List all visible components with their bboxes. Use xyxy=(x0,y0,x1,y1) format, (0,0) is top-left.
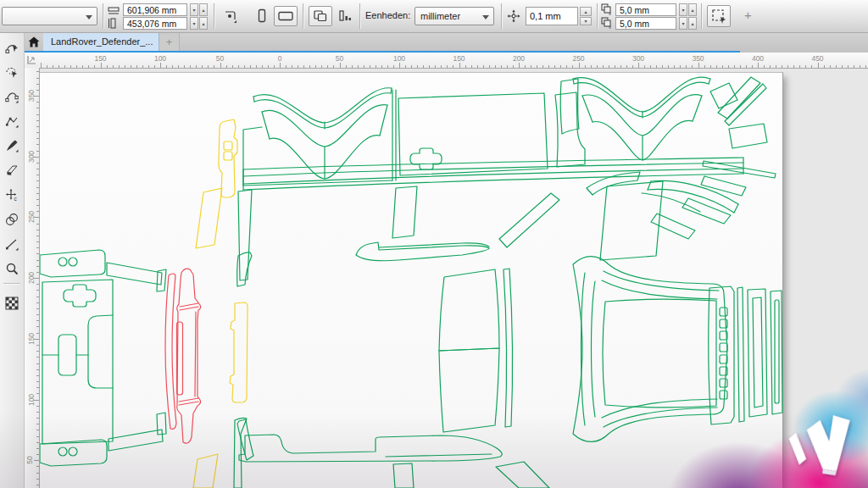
ruler-tick xyxy=(58,65,59,68)
nudge-distance-value: 0,1 mm xyxy=(530,11,561,21)
ruler-tick xyxy=(131,65,131,68)
ruler-tick xyxy=(698,63,699,68)
ruler-tick xyxy=(286,65,287,68)
all-pages-button[interactable] xyxy=(309,6,332,26)
page-height-field[interactable]: 453,076 mm xyxy=(123,17,187,30)
duplicate-x-field[interactable]: 5,0 mm xyxy=(615,3,676,16)
ruler-tick xyxy=(477,65,478,68)
ruler-tick xyxy=(483,65,484,68)
shape-tool[interactable] xyxy=(3,39,20,56)
new-document-tab-button[interactable]: + xyxy=(159,32,180,51)
ruler-tick xyxy=(686,65,687,68)
document-tab[interactable]: LandRover_Defender_... xyxy=(43,32,159,51)
snap-settings-button[interactable] xyxy=(219,6,241,26)
ruler-label: 450 xyxy=(811,54,823,63)
ruler-tick xyxy=(36,90,39,91)
vector-group-front-fender[interactable] xyxy=(573,257,727,442)
ruler-tick xyxy=(172,65,173,68)
page-width-spinner[interactable]: ▾▴ xyxy=(190,3,208,16)
ruler-tick xyxy=(710,65,711,68)
line-tool[interactable] xyxy=(3,236,20,252)
vertical-ruler[interactable]: 35030025020015010050 xyxy=(24,68,40,488)
ruler-tick xyxy=(202,65,203,68)
nudge-spinner[interactable]: ▴▾ xyxy=(580,7,592,25)
page-height-spinner[interactable]: ▾▴ xyxy=(190,17,208,30)
landscape-button[interactable] xyxy=(274,6,298,26)
vector-group-door-panels[interactable] xyxy=(243,92,743,195)
ruler-tick xyxy=(615,65,615,68)
ruler-tick xyxy=(256,65,257,68)
vector-group-tailgate[interactable] xyxy=(40,250,166,466)
vector-group-grille-slats[interactable] xyxy=(709,286,782,424)
ruler-tick xyxy=(722,65,723,68)
customize-toolbar-button[interactable]: + xyxy=(744,8,752,22)
vector-group-windshield[interactable] xyxy=(439,269,513,432)
transform-tool[interactable]: c xyxy=(3,186,20,203)
polyline-tool[interactable] xyxy=(3,113,20,130)
ruler-tick xyxy=(836,65,837,68)
ruler-tick xyxy=(36,369,39,370)
ruler-tick xyxy=(184,65,185,68)
ruler-label: 350 xyxy=(692,54,704,63)
current-page-icon xyxy=(338,9,352,23)
ruler-tick xyxy=(36,138,39,139)
ellipse-tool[interactable] xyxy=(3,211,20,228)
current-page-button[interactable] xyxy=(335,6,355,26)
page-width-field[interactable]: 601,906 mm xyxy=(123,3,187,16)
vector-group-side-slivers[interactable] xyxy=(237,252,253,460)
ruler-tick xyxy=(36,230,39,230)
vector-group-front-arch[interactable] xyxy=(560,77,738,213)
ruler-tick xyxy=(34,460,39,461)
ruler-tick xyxy=(142,65,143,68)
eraser-tool[interactable] xyxy=(3,162,20,179)
vector-group-rocker-panel[interactable] xyxy=(234,418,549,488)
duplicate-y-field[interactable]: 5,0 mm xyxy=(615,17,676,30)
portrait-icon xyxy=(255,8,269,24)
ruler-tick xyxy=(36,284,39,285)
ruler-tick xyxy=(405,65,406,68)
duplicate-y-spinner[interactable]: ▾▴ xyxy=(679,17,697,30)
ruler-label: 50 xyxy=(336,54,343,63)
ruler-label: 250 xyxy=(27,211,36,223)
ruler-tick xyxy=(88,65,89,68)
brush-tool[interactable] xyxy=(3,137,20,154)
ruler-tick xyxy=(36,253,39,254)
units-dropdown[interactable]: millimeter xyxy=(415,7,494,25)
nudge-distance-field[interactable]: 0,1 mm xyxy=(526,7,578,25)
treat-as-filled-button[interactable] xyxy=(707,5,731,27)
freehand-pick-tool[interactable] xyxy=(3,64,20,80)
portrait-button[interactable] xyxy=(252,6,272,26)
ruler-tick xyxy=(865,65,866,68)
ruler-tick xyxy=(36,387,39,388)
duplicate-x-spinner[interactable]: ▾▴ xyxy=(679,3,697,16)
home-tab-button[interactable] xyxy=(24,32,43,51)
ruler-tick xyxy=(36,381,39,382)
ruler-label: 350 xyxy=(27,90,36,102)
vector-group-red-trims[interactable] xyxy=(165,269,201,443)
ruler-tick xyxy=(591,65,592,68)
pattern-fill-tool[interactable] xyxy=(3,295,20,312)
drawing-workspace[interactable] xyxy=(39,68,868,488)
ruler-tick xyxy=(662,65,663,68)
ruler-tick xyxy=(620,65,621,68)
horizontal-ruler[interactable]: 15010050050100150200250300350400450 xyxy=(39,53,868,69)
ruler-origin-button[interactable] xyxy=(24,53,40,69)
ruler-tick xyxy=(411,65,412,68)
vector-group-pillars[interactable] xyxy=(238,181,663,280)
toolbox: c xyxy=(0,32,25,488)
zoom-tool[interactable] xyxy=(3,260,20,277)
ruler-tick xyxy=(36,412,39,413)
page-preset-dropdown[interactable] xyxy=(2,7,97,25)
ruler-tick xyxy=(554,65,555,68)
ruler-tick xyxy=(525,65,526,68)
ruler-tick xyxy=(36,351,39,352)
ruler-tick xyxy=(465,65,466,68)
ruler-tick xyxy=(626,65,627,68)
ruler-tick xyxy=(36,479,39,480)
ruler-tick xyxy=(692,65,693,68)
ruler-tick xyxy=(36,102,39,103)
ruler-tick xyxy=(36,302,39,303)
bezier-tool[interactable] xyxy=(3,88,20,105)
ruler-tick xyxy=(36,205,39,206)
document-tab-label: LandRover_Defender_... xyxy=(51,36,153,47)
